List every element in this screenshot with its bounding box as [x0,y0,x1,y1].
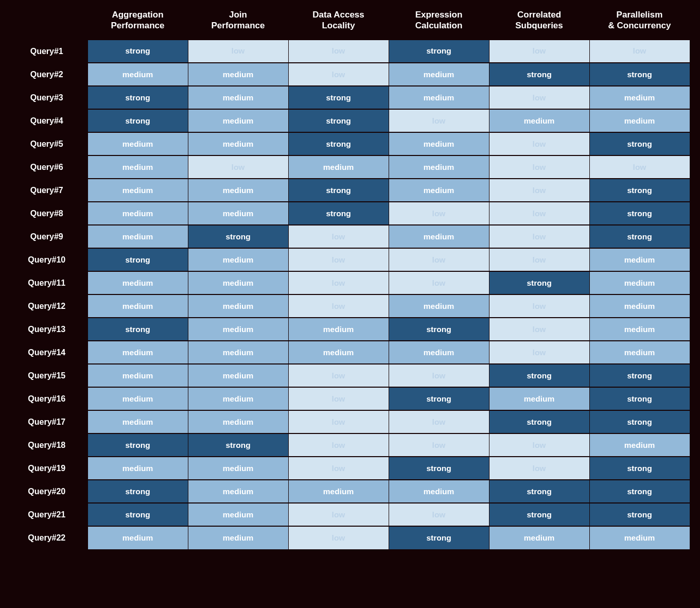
heatmap-cell: low [288,503,389,526]
heatmap-cell: low [489,341,589,364]
heatmap-cell: medium [589,433,690,457]
table-row: Query#13strongmediummediumstronglowmediu… [10,318,690,341]
heatmap-cell: medium [589,294,690,318]
heatmap-cell: low [288,457,389,480]
heatmap-cell: medium [389,155,489,179]
table-row: Query#14mediummediummediummediumlowmediu… [10,341,690,364]
heatmap-cell: medium [188,63,288,86]
heatmap-cell: medium [188,271,288,294]
row-header: Query#14 [10,341,87,364]
heatmap-cell: strong [389,387,489,410]
heatmap-cell: strong [87,480,188,503]
heatmap-cell: strong [87,109,188,132]
heatmap-cell: strong [87,86,188,109]
heatmap-cell: medium [389,341,489,364]
heatmap-cell: medium [188,457,288,480]
heatmap-cell: medium [87,63,188,86]
row-header: Query#8 [10,202,87,225]
heatmap-cell: low [288,294,389,318]
heatmap-cell: strong [589,202,690,225]
heatmap-cell: medium [389,294,489,318]
heatmap-cell: medium [87,179,188,202]
heatmap-cell: medium [589,526,690,549]
heatmap-body: Query#1stronglowlowstronglowlowQuery#2me… [10,40,690,549]
heatmap-cell: medium [389,86,489,109]
heatmap-cell: low [389,202,489,225]
table-row: Query#16mediummediumlowstrongmediumstron… [10,387,690,410]
heatmap-cell: low [489,318,589,341]
heatmap-cell: medium [288,318,389,341]
heatmap-cell: medium [188,480,288,503]
heatmap-cell: low [389,109,489,132]
heatmap-cell: low [489,248,589,271]
row-header: Query#6 [10,155,87,179]
table-row: Query#7mediummediumstrongmediumlowstrong [10,179,690,202]
heatmap-cell: strong [589,503,690,526]
heatmap-cell: strong [389,318,489,341]
heatmap-cell: strong [87,248,188,271]
heatmap-cell: medium [288,480,389,503]
heatmap-cell: strong [288,109,389,132]
row-header: Query#5 [10,132,87,155]
heatmap-cell: strong [188,433,288,457]
heatmap-cell: medium [589,248,690,271]
col-header: Aggregation Performance [87,6,188,40]
row-header: Query#17 [10,410,87,433]
heatmap-cell: medium [87,387,188,410]
heatmap-cell: strong [389,457,489,480]
heatmap-cell: medium [188,248,288,271]
heatmap-cell: low [389,503,489,526]
heatmap-cell: low [389,364,489,387]
heatmap-cell: low [389,410,489,433]
heatmap-cell: strong [288,179,389,202]
heatmap-cell: medium [589,109,690,132]
row-header: Query#1 [10,40,87,63]
heatmap-cell: medium [87,202,188,225]
heatmap-cell: medium [188,132,288,155]
heatmap-cell: strong [489,480,589,503]
heatmap-cell: strong [489,271,589,294]
heatmap-cell: medium [389,63,489,86]
heatmap-cell: low [389,248,489,271]
heatmap-cell: medium [87,410,188,433]
row-header: Query#13 [10,318,87,341]
col-header: Correlated Subqueries [489,6,589,40]
heatmap-cell: strong [489,410,589,433]
table-row: Query#1stronglowlowstronglowlow [10,40,690,63]
heatmap-cell: medium [589,271,690,294]
row-header: Query#2 [10,63,87,86]
heatmap-cell: low [489,86,589,109]
heatmap-cell: medium [87,526,188,549]
heatmap-cell: medium [188,503,288,526]
row-header: Query#18 [10,433,87,457]
heatmap-cell: medium [188,294,288,318]
heatmap-cell: low [288,225,389,248]
col-header: Parallelism & Concurrency [589,6,690,40]
table-row: Query#9mediumstronglowmediumlowstrong [10,225,690,248]
heatmap-cell: medium [87,457,188,480]
heatmap-cell: medium [589,318,690,341]
heatmap-cell: medium [87,155,188,179]
heatmap-table: Aggregation Performance Join Performance… [10,6,690,550]
heatmap-cell: low [489,132,589,155]
heatmap-cell: low [489,155,589,179]
col-header: Join Performance [188,6,288,40]
table-row: Query#2mediummediumlowmediumstrongstrong [10,63,690,86]
table-row: Query#10strongmediumlowlowlowmedium [10,248,690,271]
heatmap-cell: low [288,40,389,63]
row-header: Query#3 [10,86,87,109]
heatmap-cell: low [288,271,389,294]
corner-cell [10,6,87,40]
heatmap-cell: medium [288,341,389,364]
heatmap-cell: low [288,248,389,271]
heatmap-cell: medium [188,387,288,410]
heatmap-cell: strong [87,318,188,341]
table-row: Query#11mediummediumlowlowstrongmedium [10,271,690,294]
heatmap-cell: strong [489,364,589,387]
table-row: Query#6mediumlowmediummediumlowlow [10,155,690,179]
heatmap-cell: medium [188,202,288,225]
heatmap-cell: low [489,294,589,318]
heatmap-cell: strong [589,225,690,248]
table-row: Query#3strongmediumstrongmediumlowmedium [10,86,690,109]
heatmap-cell: low [288,387,389,410]
